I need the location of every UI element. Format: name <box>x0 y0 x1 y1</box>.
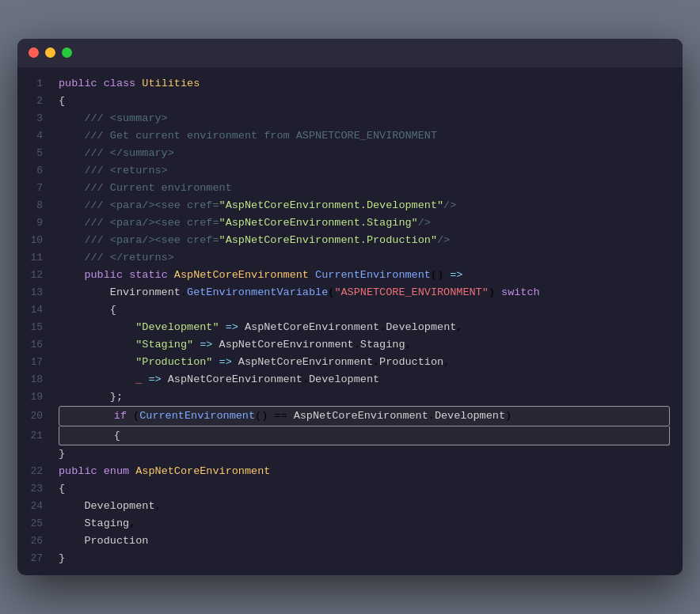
titlebar <box>17 39 683 67</box>
line-17: 17 "Production" => AspNetCoreEnvironment… <box>17 354 683 371</box>
line-13: 13 Environment.GetEnvironmentVariable("A… <box>17 284 683 301</box>
line-27: 27 } <box>17 550 683 567</box>
line-16: 16 "Staging" => AspNetCoreEnvironment.St… <box>17 336 683 354</box>
line-1: 1 public class Utilities <box>17 75 683 93</box>
line-12: 12 public static AspNetCoreEnvironment C… <box>17 267 683 284</box>
line-21b: } <box>17 445 683 463</box>
line-7: 7 /// Current environment <box>17 180 683 197</box>
line-20: 20 if (CurrentEnvironment() == AspNetCor… <box>17 406 683 426</box>
line-18: 18 _ => AspNetCoreEnvironment.Developmen… <box>17 371 683 388</box>
line-23: 23 { <box>17 480 683 498</box>
line-25: 25 Staging, <box>17 515 683 533</box>
maximize-button[interactable] <box>62 47 72 58</box>
code-content: 1 public class Utilities 2 { 3 /// <summ… <box>17 67 683 575</box>
line-10: 10 /// <para/><see cref="AspNetCoreEnvir… <box>17 232 683 249</box>
line-21: 21 { <box>17 426 683 446</box>
line-26: 26 Production <box>17 533 683 550</box>
line-4: 4 /// Get current environment from ASPNE… <box>17 127 683 145</box>
minimize-button[interactable] <box>45 47 55 58</box>
line-24: 24 Development, <box>17 498 683 515</box>
line-19: 19 }; <box>17 388 683 406</box>
line-6: 6 /// <returns> <box>17 162 683 180</box>
code-editor-window: 1 public class Utilities 2 { 3 /// <summ… <box>17 39 683 575</box>
line-22: 22 public enum AspNetCoreEnvironment <box>17 463 683 480</box>
line-9: 9 /// <para/><see cref="AspNetCoreEnviro… <box>17 214 683 232</box>
line-15: 15 "Development" => AspNetCoreEnvironmen… <box>17 319 683 336</box>
line-14: 14 { <box>17 301 683 319</box>
close-button[interactable] <box>29 47 39 58</box>
line-8: 8 /// <para/><see cref="AspNetCoreEnviro… <box>17 197 683 214</box>
line-11: 11 /// </returns> <box>17 249 683 267</box>
line-3: 3 /// <summary> <box>17 110 683 127</box>
line-2: 2 { <box>17 93 683 110</box>
line-5: 5 /// </summary> <box>17 145 683 162</box>
